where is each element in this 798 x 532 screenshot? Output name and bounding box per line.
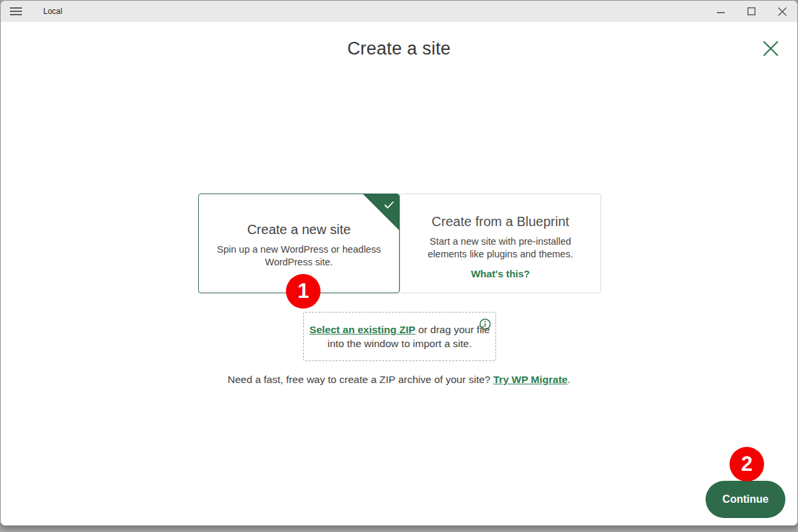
maximize-icon[interactable] <box>736 1 767 22</box>
hamburger-menu-icon[interactable] <box>1 1 31 22</box>
whats-this-link[interactable]: What's this? <box>471 268 530 279</box>
window-title: Local <box>43 7 63 16</box>
card-description: Start a new site with pre-installed elem… <box>414 235 588 261</box>
titlebar: Local <box>1 1 797 22</box>
dialog-close-icon[interactable] <box>761 39 780 58</box>
app-window: Local Create a site <box>0 0 798 526</box>
card-description: Spin up a new WordPress or headless Word… <box>212 243 386 269</box>
card-title: Create from a Blueprint <box>400 214 600 229</box>
page-title: Create a site <box>1 39 797 59</box>
continue-button[interactable]: Continue <box>706 481 785 518</box>
site-type-options: Create a new site Spin up a new WordPres… <box>198 194 601 293</box>
minimize-icon[interactable] <box>706 1 736 22</box>
zip-import-dropzone[interactable]: Select an existing ZIP or drag your file… <box>303 312 496 361</box>
card-create-from-blueprint[interactable]: Create from a Blueprint Start a new site… <box>400 194 601 293</box>
dialog-create-a-site: Create a site Create a new site Spin up … <box>1 22 797 525</box>
wp-migrate-hint: Need a fast, free way to create a ZIP ar… <box>1 374 797 386</box>
select-existing-zip-link[interactable]: Select an existing ZIP <box>309 324 415 335</box>
migrate-text: Need a fast, free way to create a ZIP ar… <box>227 374 493 385</box>
checkmark-icon <box>384 200 394 211</box>
step-2-annotation-badge: 2 <box>730 447 764 481</box>
step-1-annotation-badge: 1 <box>286 274 321 309</box>
close-icon[interactable] <box>767 1 797 22</box>
migrate-text-after: . <box>567 374 570 385</box>
info-icon[interactable] <box>479 319 491 330</box>
window-controls <box>706 1 797 22</box>
try-wp-migrate-link[interactable]: Try WP Migrate <box>493 374 568 385</box>
